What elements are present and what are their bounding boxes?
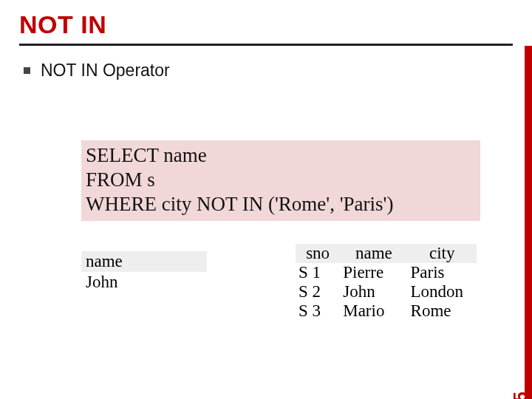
cell-city: London (408, 282, 477, 301)
cell-name: Pierre (340, 263, 407, 282)
source-table: sno name city S 1 Pierre Paris S 2 John … (296, 244, 477, 321)
subtitle-text: NOT IN Operator (41, 61, 170, 81)
cell-sno: S 1 (296, 263, 340, 282)
cell-sno: S 3 (296, 301, 340, 321)
table-row: John (81, 272, 207, 293)
source-header-city: city (408, 244, 477, 263)
cell-city: Rome (408, 301, 477, 321)
source-header-name: name (340, 244, 407, 263)
cell-sno: S 2 (296, 282, 340, 301)
result-table: name John (81, 251, 207, 293)
table-row: sno name city (296, 244, 477, 263)
result-cell: John (81, 272, 207, 293)
table-row: S 1 Pierre Paris (296, 263, 477, 282)
sql-line: WHERE city NOT IN ('Rome', 'Paris') (86, 192, 476, 216)
source-header-sno: sno (296, 244, 340, 263)
accent-bar (525, 46, 532, 399)
square-bullet-icon (24, 67, 30, 74)
cell-name: Mario (340, 301, 407, 321)
bullet-item: NOT IN Operator (0, 46, 532, 81)
sql-line: FROM s (86, 168, 476, 192)
sql-line: SELECT name (86, 143, 476, 168)
result-header-name: name (81, 251, 207, 272)
page-number: 35 (510, 392, 531, 399)
cell-name: John (340, 282, 407, 301)
slide-title: NOT IN (0, 0, 532, 39)
table-row: name (81, 251, 207, 272)
cell-city: Paris (408, 263, 477, 282)
sql-code-block: SELECT name FROM s WHERE city NOT IN ('R… (81, 140, 480, 221)
table-row: S 3 Mario Rome (296, 301, 477, 321)
table-row: S 2 John London (296, 282, 477, 301)
